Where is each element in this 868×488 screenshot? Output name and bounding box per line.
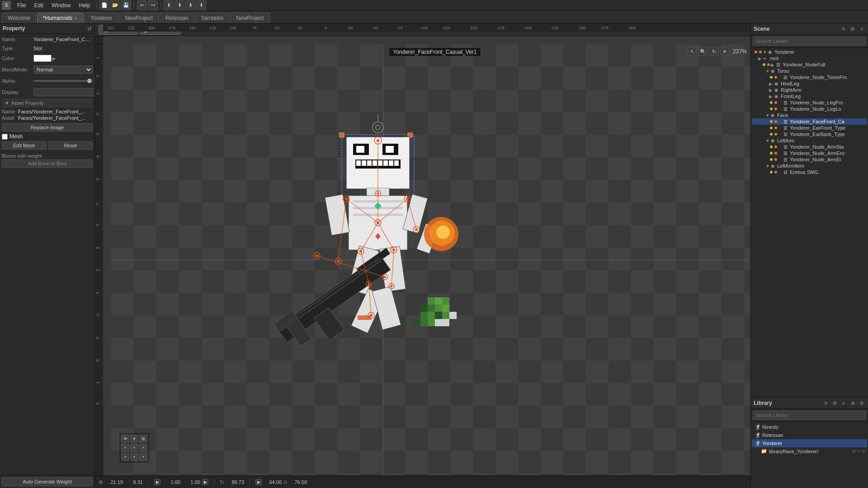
tree-arrow-face[interactable]: ▼ bbox=[765, 113, 771, 118]
tree-arrow-ra[interactable]: ▶ bbox=[769, 88, 774, 93]
frame-btn[interactable]: ▶ bbox=[255, 479, 262, 485]
tab-humanoids[interactable]: *Humanoids ✕ bbox=[37, 13, 84, 23]
light-btn[interactable]: ☀ bbox=[720, 47, 729, 56]
lib-sub-race[interactable]: 📁 libraryRace_Yonderer/ ⊞ ✎ ⚙ bbox=[752, 447, 867, 455]
anim-import-btn[interactable]: ⬇ bbox=[185, 0, 195, 10]
library-search-input[interactable] bbox=[753, 411, 866, 420]
tree-item-hindleg[interactable]: ▶ ⊕ HindLeg bbox=[752, 80, 867, 87]
tree-arrow-torso[interactable]: ▼ bbox=[765, 69, 771, 74]
export-btn-status[interactable]: ▶ bbox=[202, 479, 208, 485]
tree-item-legfro[interactable]: ▶ ☰ Yonderer_Nude_LegFro bbox=[752, 99, 867, 106]
tree-arrow-la[interactable]: ▼ bbox=[765, 138, 771, 143]
undo-btn[interactable]: ↩ bbox=[137, 0, 147, 10]
color-swatch[interactable] bbox=[33, 55, 52, 62]
tree-arrow-nf[interactable]: ▶ bbox=[771, 62, 776, 67]
cursor-tool-btn[interactable]: ↖ bbox=[688, 47, 697, 56]
tree-item-armenc[interactable]: ▶ ☰ Yonderer_Nude_ArmEnc bbox=[752, 150, 867, 156]
open-btn[interactable]: 📂 bbox=[110, 0, 120, 10]
lib-sub-btn-3[interactable]: ⚙ bbox=[861, 449, 865, 454]
scene-close-btn[interactable]: ✕ bbox=[840, 25, 847, 33]
export-btn[interactable]: ⬆ bbox=[175, 0, 184, 10]
lib-item-retessan[interactable]: 🤺 Retessan bbox=[752, 431, 867, 439]
mesh-checkbox[interactable] bbox=[2, 134, 8, 140]
transform-tool[interactable]: ✦ bbox=[130, 435, 138, 443]
replace-image-btn[interactable]: Replace Image bbox=[2, 123, 93, 131]
scene-add-btn[interactable]: ⊕ bbox=[849, 25, 856, 33]
tree-item-earfront[interactable]: ▶ ☰ Yonderer_EarFront_Type bbox=[752, 125, 867, 131]
tree-item-root[interactable]: ▶ + root bbox=[752, 55, 867, 61]
tree-item-frontleg[interactable]: ▶ ⊕ FrontLeg bbox=[752, 93, 867, 99]
menu-file[interactable]: File bbox=[14, 1, 29, 9]
tree-item-nudefull[interactable]: ▶ ☰ Yonderer_NudeFull bbox=[752, 61, 867, 68]
tree-item-leftarmitem[interactable]: ▼ ⊕ LeftArmItem bbox=[752, 163, 867, 169]
search-view-btn[interactable]: 🔍 bbox=[698, 47, 708, 56]
tree-arrow-root[interactable]: ▶ bbox=[758, 56, 764, 61]
dot1[interactable]: • bbox=[121, 444, 129, 452]
dot2[interactable]: • bbox=[130, 444, 138, 452]
import-btn[interactable]: ⬇ bbox=[164, 0, 174, 10]
dot6[interactable]: • bbox=[139, 453, 147, 461]
lib-item-ninesly[interactable]: 🤺 Ninesly bbox=[752, 423, 867, 431]
prop-alpha-label: Alpha: bbox=[2, 78, 33, 84]
tab-welcome[interactable]: Welcome bbox=[2, 13, 36, 23]
tree-item-torso[interactable]: ▼ ⊕ Torso bbox=[752, 68, 867, 74]
grid-tool[interactable]: ⊞ bbox=[139, 435, 147, 443]
tree-item-face[interactable]: ▼ ⊕ Face bbox=[752, 112, 867, 118]
rotate-view-btn[interactable]: ↻ bbox=[709, 47, 718, 56]
tree-item-yonderer-root[interactable]: ▼ ⊕ Yonderer bbox=[752, 49, 867, 55]
lib-list-btn[interactable]: ≡ bbox=[840, 399, 847, 407]
tree-arrow-fl[interactable]: ▶ bbox=[769, 94, 774, 99]
tree-arrow-lai[interactable]: ▼ bbox=[765, 164, 771, 169]
save-btn[interactable]: 💾 bbox=[121, 0, 131, 10]
anim-export-btn[interactable]: ⬆ bbox=[196, 0, 206, 10]
tree-arrow-hl[interactable]: ▶ bbox=[769, 81, 774, 86]
menu-window[interactable]: Window bbox=[48, 1, 75, 9]
new-btn[interactable]: 📄 bbox=[99, 0, 109, 10]
add-bone-btn[interactable]: Add Bone to Bind bbox=[2, 160, 93, 168]
tree-arrow-0[interactable]: ▼ bbox=[763, 50, 768, 55]
tab-newproject2[interactable]: NewProject bbox=[230, 13, 269, 23]
redo-btn[interactable]: ↪ bbox=[148, 0, 158, 10]
lib-close-btn[interactable]: ✕ bbox=[822, 399, 829, 407]
lib-sub-btn-1[interactable]: ⊞ bbox=[852, 449, 856, 454]
menu-help[interactable]: Help bbox=[75, 1, 94, 9]
lib-item-yonderer[interactable]: 🤺 Yonderer bbox=[752, 439, 867, 447]
scene-search-input[interactable] bbox=[753, 37, 866, 46]
tree-item-earback[interactable]: ▶ ☰ Yonderer_EarBack_Type bbox=[752, 131, 867, 137]
blendmode-select[interactable]: Normal bbox=[33, 66, 93, 74]
eye-tool[interactable]: 👁 bbox=[121, 435, 129, 443]
scene-filter-btn[interactable]: ≡ bbox=[858, 25, 865, 33]
tab-yarntales[interactable]: Yarntales bbox=[195, 13, 230, 23]
lib-grid-btn[interactable]: ⊞ bbox=[831, 399, 838, 407]
display-input[interactable]: Faces/Yonderer_Fa bbox=[33, 88, 94, 96]
edit-mesh-btn[interactable]: Edit Mesh bbox=[2, 141, 47, 150]
tab-yonderer[interactable]: Yonderer bbox=[85, 13, 118, 23]
tree-item-erebus[interactable]: ▶ ☰ Erebus SMG bbox=[752, 169, 867, 175]
viewport[interactable]: Yonderer_FaceFront_Casual_Ver1 ↖ 🔍 ↻ ☀ 2… bbox=[111, 44, 750, 475]
lib-add-btn[interactable]: ⊕ bbox=[849, 399, 856, 407]
auto-generate-btn[interactable]: Auto Generate Weight bbox=[2, 477, 93, 486]
dot4[interactable]: • bbox=[121, 453, 129, 461]
tab-newproject1[interactable]: NewProject bbox=[119, 13, 158, 23]
tree-item-armsta[interactable]: ▶ ☰ Yonderer_Nude_ArmSta bbox=[752, 144, 867, 150]
lib-settings-btn[interactable]: ⚙ bbox=[858, 399, 865, 407]
tree-item-facefront[interactable]: ▶ ☰ Yonderer_FaceFront_Ca bbox=[752, 118, 867, 125]
asset-section-arrow[interactable]: ▼ bbox=[5, 100, 9, 106]
tree-item-leglo[interactable]: ▶ ☰ Yonderer_Nude_LegLo bbox=[752, 106, 867, 112]
left-panel-close[interactable]: ⇄ bbox=[87, 25, 92, 32]
menu-edit[interactable]: Edit bbox=[30, 1, 47, 9]
tab-retessan[interactable]: Retessan bbox=[160, 13, 194, 23]
lib-sub-btn-2[interactable]: ✎ bbox=[857, 449, 860, 454]
dot3[interactable]: • bbox=[139, 444, 147, 452]
tree-item-rightarm[interactable]: ▶ ⊕ RightArm bbox=[752, 87, 867, 93]
alpha-slider[interactable] bbox=[33, 80, 92, 82]
tree-item-torsofro[interactable]: ▶ ☰ Yonderer_Nude_TorsoFro bbox=[752, 74, 867, 80]
reset-mesh-btn[interactable]: Reset bbox=[48, 141, 93, 150]
tab-humanoids-close[interactable]: ✕ bbox=[74, 16, 78, 21]
play-btn-status[interactable]: ▶ bbox=[154, 479, 160, 485]
alpha-value-input[interactable]: 100 bbox=[94, 77, 94, 84]
tree-item-leftarm[interactable]: ▼ ⊕ LeftArm bbox=[752, 137, 867, 144]
tree-item-armel[interactable]: ▶ ☰ Yonderer_Nude_ArmEl bbox=[752, 156, 867, 163]
dot5[interactable]: • bbox=[130, 453, 138, 461]
color-arrow[interactable]: ▶ bbox=[52, 56, 56, 61]
